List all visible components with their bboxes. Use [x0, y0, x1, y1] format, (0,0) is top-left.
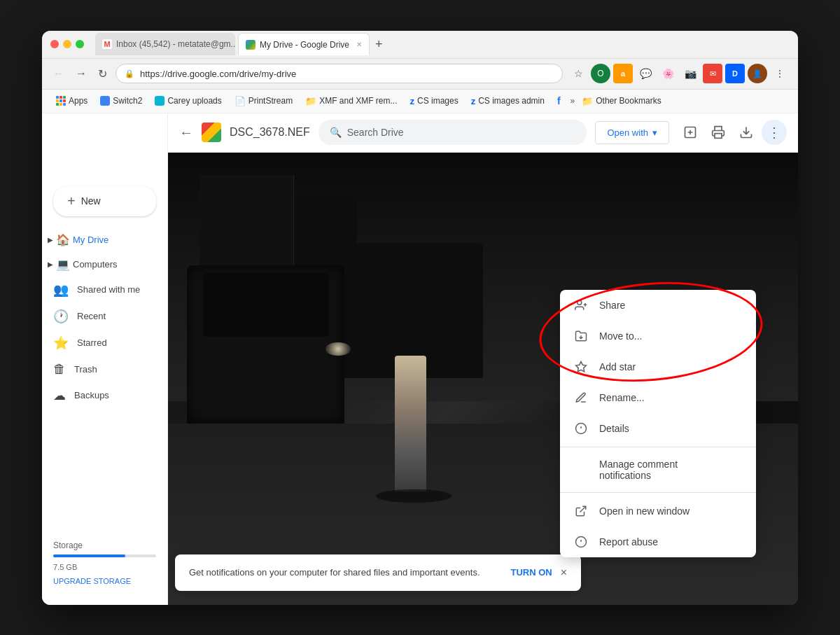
- other-bookmarks-label: Other Bookmarks: [596, 96, 661, 106]
- printstream-icon: 📄: [234, 96, 246, 106]
- download-button[interactable]: [734, 120, 759, 145]
- tab-drive-close[interactable]: ✕: [356, 41, 362, 48]
- file-viewer: ← DSC_3678.NEF 🔍 Search Drive Open with …: [168, 113, 798, 605]
- sidebar-item-backup[interactable]: ☁ Backups: [42, 382, 159, 409]
- rename-icon: [574, 391, 588, 405]
- new-button[interactable]: + New: [53, 186, 156, 216]
- new-tab-button[interactable]: +: [372, 37, 386, 52]
- bookmark-printstream[interactable]: 📄 PrintStream: [229, 94, 298, 109]
- sidebar-item-starred[interactable]: ⭐ Starred: [42, 330, 159, 356]
- share-icon: [574, 298, 588, 312]
- print-button[interactable]: [706, 120, 731, 145]
- carey-label: Carey uploads: [167, 96, 221, 106]
- more-options-icon: ⋮: [767, 124, 781, 141]
- sidebar-item-shared[interactable]: 👥 Shared with me: [42, 277, 159, 303]
- sidebar-item-trash[interactable]: 🗑 Trash: [42, 356, 159, 382]
- printstream-label: PrintStream: [248, 96, 293, 106]
- sidebar-item-computers[interactable]: ▶ 💻 Computers: [42, 252, 159, 277]
- car-windshield: [203, 273, 329, 336]
- minimize-button[interactable]: [63, 40, 71, 48]
- menu-item-move-to[interactable]: Move to...: [560, 321, 756, 351]
- menu-item-report-abuse[interactable]: Report abuse: [560, 526, 756, 557]
- bookmark-cs-images[interactable]: z CS images: [405, 94, 464, 109]
- address-bar[interactable]: 🔒 https://drive.google.com/drive/my-driv…: [115, 64, 563, 83]
- menu-item-open-new-window[interactable]: Open in new window: [560, 496, 756, 526]
- headlight-1: [326, 342, 351, 356]
- extension-wechat[interactable]: 💬: [636, 64, 655, 83]
- chevron-icon-2: ▶: [48, 260, 53, 268]
- chevron-icon: ▶: [48, 236, 53, 244]
- drive-header: ← DSC_3678.NEF 🔍 Search Drive Open with …: [168, 113, 798, 153]
- bookmark-cs-admin[interactable]: z CS images admin: [465, 94, 550, 109]
- menu-item-share[interactable]: Share: [560, 290, 756, 321]
- close-button[interactable]: [50, 40, 59, 48]
- forward-button[interactable]: →: [73, 64, 90, 83]
- person-figure: [395, 356, 426, 491]
- carey-icon: [155, 96, 164, 106]
- refresh-button[interactable]: ↻: [95, 64, 110, 83]
- cs-admin-label: CS images admin: [478, 96, 545, 106]
- add-to-drive-button[interactable]: [678, 120, 703, 145]
- bookmark-apps[interactable]: Apps: [50, 94, 93, 108]
- move-to-label: Move to...: [599, 330, 642, 342]
- bookmark-switch2[interactable]: Switch2: [94, 94, 148, 108]
- extension-amazon[interactable]: a: [613, 64, 633, 83]
- plus-icon: +: [67, 193, 76, 209]
- notification-actions: TURN ON ×: [510, 566, 567, 579]
- figure-shadow: [376, 489, 451, 503]
- tab-gmail[interactable]: M Inbox (45,542) - metatate@gm... ✕: [95, 33, 235, 55]
- tab-gmail-label: Inbox (45,542) - metatate@gm...: [116, 39, 235, 49]
- extension-dropbox[interactable]: D: [725, 64, 745, 83]
- extension-photos[interactable]: 🌸: [658, 64, 678, 83]
- search-bar[interactable]: 🔍 Search Drive: [318, 120, 587, 145]
- bookmark-fb[interactable]: f: [552, 93, 566, 109]
- shared-label: Shared with me: [77, 284, 140, 295]
- drive-logo-area: [42, 169, 167, 186]
- my-drive-icon: 🏠: [56, 233, 70, 246]
- upgrade-storage-button[interactable]: UPGRADE STORAGE: [53, 577, 156, 585]
- drive-back-button[interactable]: ←: [179, 125, 193, 141]
- extension-icon-1[interactable]: O: [591, 64, 610, 83]
- open-with-button[interactable]: Open with ▾: [595, 121, 669, 144]
- bookmark-xmf[interactable]: 📁 XMF and XMF rem...: [300, 94, 402, 109]
- sidebar-item-my-drive[interactable]: ▶ 🏠 My Drive: [42, 228, 159, 252]
- back-button[interactable]: ←: [50, 64, 67, 83]
- browser-menu-button[interactable]: ⋮: [770, 64, 790, 83]
- xmf-icon: 📁: [305, 96, 316, 106]
- notification-text: Get notifications on your computer for s…: [189, 566, 510, 580]
- bookmark-star-button[interactable]: ☆: [568, 64, 588, 83]
- tab-drive[interactable]: My Drive - Google Drive ✕: [238, 33, 370, 55]
- notification-close-button[interactable]: ×: [561, 566, 567, 579]
- storage-fill: [53, 554, 125, 557]
- more-options-button[interactable]: ⋮: [762, 120, 787, 145]
- extension-avatar[interactable]: 👤: [748, 64, 767, 83]
- more-bookmarks-indicator[interactable]: »: [570, 96, 575, 106]
- cs-admin-icon: z: [471, 96, 476, 106]
- svg-marker-9: [576, 361, 587, 371]
- starred-label: Starred: [77, 337, 107, 348]
- open-new-window-label: Open in new window: [599, 505, 690, 517]
- report-abuse-icon: [574, 535, 588, 549]
- other-bookmarks[interactable]: 📁 Other Bookmarks: [576, 94, 666, 109]
- context-menu: Share Move to...: [560, 290, 756, 557]
- fb-icon: f: [557, 95, 561, 106]
- backup-label: Backups: [74, 390, 109, 400]
- menu-item-manage-notifications[interactable]: Manage comment notifications: [560, 450, 756, 489]
- recent-icon: 🕐: [53, 309, 69, 324]
- turn-on-button[interactable]: TURN ON: [510, 567, 552, 578]
- storage-section: Storage 7.5 GB UPGRADE STORAGE: [42, 532, 167, 594]
- menu-item-rename[interactable]: Rename...: [560, 382, 756, 413]
- cs-images-icon: z: [410, 96, 415, 106]
- bookmark-carey[interactable]: Carey uploads: [149, 94, 227, 108]
- menu-item-details[interactable]: Details: [560, 413, 756, 444]
- extension-mail[interactable]: ✉: [703, 64, 722, 83]
- sidebar-item-recent[interactable]: 🕐 Recent: [42, 303, 159, 330]
- gmail-favicon: M: [102, 39, 112, 49]
- storage-text: 7.5 GB: [53, 563, 156, 571]
- maximize-button[interactable]: [76, 40, 84, 48]
- extension-camera[interactable]: 📷: [680, 64, 700, 83]
- open-new-window-icon: [574, 504, 588, 518]
- menu-item-add-star[interactable]: Add star: [560, 351, 756, 382]
- search-placeholder: Search Drive: [347, 127, 404, 138]
- cs-images-label: CS images: [417, 96, 458, 106]
